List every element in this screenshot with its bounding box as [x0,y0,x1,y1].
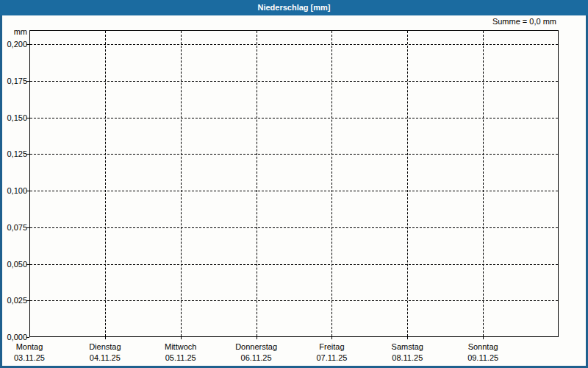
sum-label: Summe = 0,0 mm [492,17,556,26]
x-label-date: 05.11.25 [143,353,218,362]
x-label-date: 04.11.25 [68,353,143,362]
y-tick-label: 0,175 [0,77,27,85]
x-tick-mark [483,337,484,339]
y-gridline [30,81,558,82]
x-gridline [331,31,332,336]
chart-title: Niederschlag [mm] [257,3,330,12]
x-label-day: Freitag [294,342,369,351]
x-gridline [407,31,408,336]
y-tick-label: 0,050 [0,260,27,269]
y-gridline [30,300,558,301]
y-tick-label: 0,125 [0,149,27,158]
y-axis-unit-label: mm [0,27,27,36]
x-tick-mark [331,337,332,339]
y-gridline [30,191,558,191]
y-tick-label: 0,025 [0,296,27,305]
x-label-day: Dienstag [68,342,143,351]
y-gridline [30,118,558,118]
x-tick-mark [257,337,257,339]
x-tick-mark [407,337,408,339]
y-tick-label: 0,150 [0,113,27,122]
plot-box [29,30,559,337]
x-gridline [105,31,106,336]
x-label-date: 08.11.25 [370,353,445,362]
x-label-day: Samstag [370,342,445,351]
y-tick-label: 0,075 [0,223,27,232]
x-label-day: Montag [0,342,67,351]
x-tick-mark [105,337,106,339]
x-label-day: Donnerstag [219,342,294,351]
chart-title-bar: Niederschlag [mm] [0,0,588,15]
x-label-day: Sonntag [445,342,520,351]
window-border-left [0,15,2,368]
y-tick-label: 0,200 [0,40,27,49]
y-tick-label: 0,000 [0,333,27,342]
x-label-date: 09.11.25 [445,353,520,362]
y-gridline [30,44,558,45]
y-tick-label: 0,100 [0,186,27,195]
x-gridline [181,31,182,336]
y-gridline [30,264,558,265]
x-tick-mark [181,337,182,339]
chart-window: Niederschlag [mm] Summe = 0,0 mm mm 0,00… [0,0,588,368]
x-label-day: Mittwoch [143,342,218,351]
x-label-date: 03.11.25 [0,353,67,362]
y-gridline [30,227,558,228]
x-label-date: 06.11.25 [219,353,294,362]
y-gridline [30,154,558,155]
x-gridline [257,31,257,336]
x-label-date: 07.11.25 [294,353,369,362]
x-gridline [483,31,484,336]
